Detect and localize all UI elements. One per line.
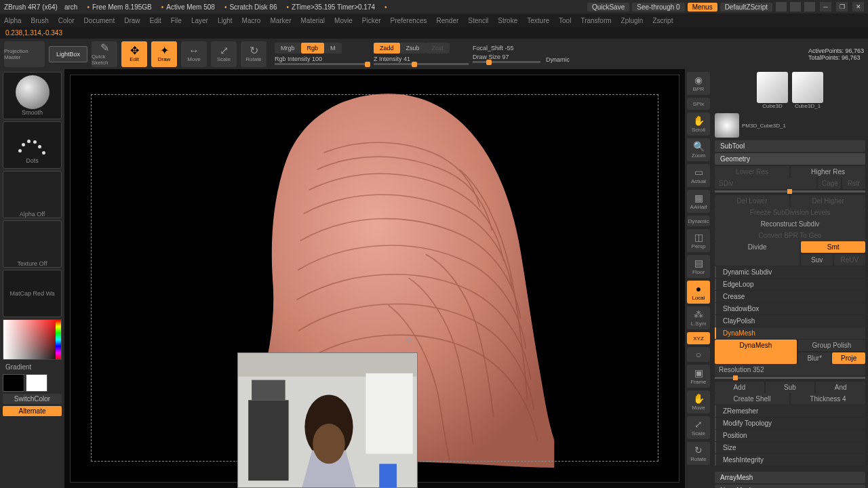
defaultz-button[interactable]: DefaultZScript xyxy=(720,3,772,12)
menu-document[interactable]: Document xyxy=(84,17,115,24)
menu-material[interactable]: Material xyxy=(301,17,326,24)
frame-button[interactable]: ▣Frame xyxy=(687,365,710,388)
menu-alpha[interactable]: Alpha xyxy=(4,17,22,24)
swatch-black[interactable] xyxy=(3,374,24,392)
menu-macro[interactable]: Macro xyxy=(242,17,261,24)
bpr-button[interactable]: ◉BPR xyxy=(687,72,710,95)
quicksave-button[interactable]: QuickSave xyxy=(587,3,629,12)
smt-button[interactable]: Smt xyxy=(801,241,865,253)
swatch-white[interactable] xyxy=(26,374,47,392)
menu-movie[interactable]: Movie xyxy=(334,17,353,24)
xyz-button[interactable]: XYZ xyxy=(687,332,710,344)
move-view-button[interactable]: ✋Move xyxy=(687,390,710,413)
menus-button[interactable]: Menus xyxy=(688,3,717,12)
add-button[interactable]: Add xyxy=(715,382,764,393)
preset-cube3d[interactable] xyxy=(757,72,788,103)
preset-pm3d[interactable] xyxy=(715,113,739,138)
dynamesh-button[interactable]: DynaMesh xyxy=(715,340,797,364)
shadowbox-item[interactable]: ShadowBox xyxy=(715,303,865,314)
move-button[interactable]: ↔Move xyxy=(181,41,207,67)
delhigher-button[interactable]: Del Higher xyxy=(791,195,865,207)
color-picker[interactable] xyxy=(3,319,62,360)
meshint-item[interactable]: MeshIntegrity xyxy=(715,454,865,466)
nanomesh-item[interactable]: NanoMesh xyxy=(715,485,865,488)
preset-cube3d1[interactable] xyxy=(792,72,823,103)
material-thumb[interactable]: MatCap Red Wa xyxy=(3,270,62,317)
spix-button[interactable]: SPix xyxy=(687,98,710,110)
alpha-thumb[interactable]: Alpha Off xyxy=(3,171,62,218)
zcut-button[interactable]: Zcut xyxy=(426,43,450,54)
m-button[interactable]: M xyxy=(324,43,342,54)
zremesher-item[interactable]: ZRemesher xyxy=(715,405,865,417)
dynamic-button[interactable]: Dynamic xyxy=(687,216,710,226)
projection-master-button[interactable]: Projection Master xyxy=(4,41,45,67)
texture-thumb[interactable]: Texture Off xyxy=(3,220,62,268)
menu-brush[interactable]: Brush xyxy=(31,17,49,24)
floor-button[interactable]: ▤Floor xyxy=(687,255,710,278)
menu-light[interactable]: Light xyxy=(218,17,233,24)
noaxis-button[interactable]: ○ xyxy=(687,347,710,362)
menu-texture[interactable]: Texture xyxy=(527,17,549,24)
suv-button[interactable]: Suv xyxy=(801,254,832,266)
lsym-button[interactable]: ⁂L.Sym xyxy=(687,306,710,329)
dynamic-label[interactable]: Dynamic xyxy=(546,56,570,63)
sub-button[interactable]: Sub xyxy=(766,382,815,393)
freeze-button[interactable]: Freeze SubDivision Levels xyxy=(715,207,865,218)
actual-button[interactable]: ▭Actual xyxy=(687,164,710,187)
claypolish-item[interactable]: ClayPolish xyxy=(715,315,865,327)
sdiv-track[interactable] xyxy=(715,190,865,192)
local-button[interactable]: ●Local xyxy=(687,281,710,304)
sdiv-slider[interactable]: SDiv xyxy=(715,178,816,189)
size-item[interactable]: Size xyxy=(715,442,865,453)
history-back[interactable] xyxy=(776,2,787,12)
window-restore-icon[interactable]: ❐ xyxy=(836,2,848,12)
menu-layer[interactable]: Layer xyxy=(191,17,208,24)
rotate-button[interactable]: ↻Rotate xyxy=(241,41,267,67)
resolution-slider[interactable]: Resolution 352 xyxy=(715,364,865,375)
dynamesh-item[interactable]: DynaMesh xyxy=(715,327,865,339)
dynamicsubdiv-item[interactable]: Dynamic Subdiv xyxy=(715,266,865,278)
menu-marker[interactable]: Marker xyxy=(270,17,291,24)
grouppolish-button[interactable]: Group Polish xyxy=(798,340,865,351)
arraymesh-item[interactable]: ArrayMesh xyxy=(715,472,865,483)
rgb-intensity-label[interactable]: Rgb Intensity 100 xyxy=(275,56,370,62)
stroke-thumb[interactable]: Dots xyxy=(3,121,62,169)
menu-tool[interactable]: Tool xyxy=(559,17,571,24)
z-intensity-label[interactable]: Z Intensity 41 xyxy=(374,56,469,62)
convert-button[interactable]: Convert BPR To Geo xyxy=(715,230,865,241)
menu-preferences[interactable]: Preferences xyxy=(391,17,427,24)
subtool-section[interactable]: SubTool xyxy=(715,140,865,152)
window-minimize-icon[interactable]: ─ xyxy=(820,2,831,12)
rotate-view-button[interactable]: ↻Rotate xyxy=(687,442,710,465)
menu-zscript[interactable]: Zscript xyxy=(652,17,673,24)
zsub-button[interactable]: Zsub xyxy=(400,43,426,54)
menu-draw[interactable]: Draw xyxy=(124,17,140,24)
dellower-button[interactable]: Del Lower xyxy=(715,195,789,207)
alternate-button[interactable]: Alternate xyxy=(3,406,62,416)
menu-stencil[interactable]: Stencil xyxy=(468,17,488,24)
scroll-button[interactable]: ✋Scroll xyxy=(687,113,710,136)
zoom-button[interactable]: 🔍Zoom xyxy=(687,138,710,161)
brush-thumb[interactable]: Smooth xyxy=(3,72,62,119)
thickness-slider[interactable]: Thickness 4 xyxy=(791,393,865,405)
createshell-button[interactable]: Create Shell xyxy=(715,393,789,405)
rgb-intensity-slider[interactable] xyxy=(275,63,370,65)
edgeloop-item[interactable]: EdgeLoop xyxy=(715,279,865,290)
quicksketch-button[interactable]: ✎Quick Sketch xyxy=(92,41,117,67)
rstr-button[interactable]: Rstr xyxy=(842,178,865,189)
and-button[interactable]: And xyxy=(816,382,865,393)
switchcolor-button[interactable]: SwitchColor xyxy=(3,394,62,404)
position-item[interactable]: Position xyxy=(715,430,865,441)
aahalf-button[interactable]: ▦AAHalf xyxy=(687,190,710,213)
history-fwd2[interactable] xyxy=(804,2,815,12)
window-close-icon[interactable]: ✕ xyxy=(852,2,864,12)
menu-color[interactable]: Color xyxy=(58,17,75,24)
seethrough-button[interactable]: See-through 0 xyxy=(632,3,684,12)
resolution-track[interactable] xyxy=(715,377,865,379)
menu-render[interactable]: Render xyxy=(437,17,459,24)
blur-button[interactable]: Blur* xyxy=(798,352,831,364)
menu-file[interactable]: File xyxy=(171,17,182,24)
rgb-button[interactable]: Rgb xyxy=(301,43,325,54)
z-intensity-slider[interactable] xyxy=(374,63,469,65)
mrgb-button[interactable]: Mrgb xyxy=(275,43,301,54)
